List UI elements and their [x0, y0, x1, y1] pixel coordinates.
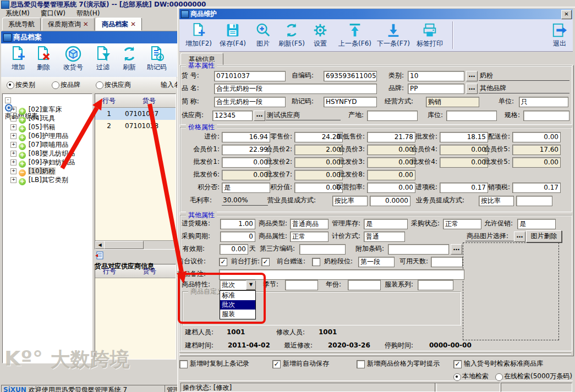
cube-icon: [64, 45, 82, 63]
status-panel-3: [501, 383, 572, 392]
expand-icon[interactable]: +: [10, 115, 17, 122]
screen: 思迅爱贝母婴管理系统 7(演示版) -- [总部系统] DW:00000000 …: [0, 0, 575, 392]
expand-icon[interactable]: +: [10, 168, 17, 174]
dialog-toolbar-图片-button[interactable]: 图片: [253, 21, 273, 48]
table-row[interactable]: 107101037: [95, 108, 176, 120]
printer-icon: [421, 22, 438, 38]
radio-label: 按类别: [15, 80, 35, 90]
dialog-toolbar-上一条(F6)-button[interactable]: 上一条(F6): [337, 21, 373, 48]
tab-系统导航[interactable]: 系统导航: [2, 18, 41, 31]
arrow-up-bar-icon: [347, 22, 363, 38]
collapse-icon[interactable]: -: [5, 97, 11, 103]
refresh-icon: [283, 22, 300, 38]
tree-item[interactable]: + + [LB]其它类别: [10, 175, 69, 184]
expand-icon[interactable]: +: [10, 107, 17, 113]
doc-plus-icon: [9, 45, 27, 63]
plus-ball-icon: +: [19, 178, 26, 185]
dialog-icon: [181, 10, 189, 18]
item-grid: 行号 货号 107101037 207101038 ◀: [95, 93, 176, 250]
dialog-toolbar-刷新(F5)-button[interactable]: 刷新(F5): [276, 21, 308, 48]
magnifier-plus-icon: [255, 22, 271, 38]
expand-icon[interactable]: +: [10, 159, 17, 165]
dialog-toolbar-下一条(F7)-button[interactable]: 下一条(F7): [375, 21, 412, 48]
watermark: Kº° 大数跨境: [4, 346, 130, 375]
toolbar-增加-button[interactable]: 增加: [4, 45, 32, 72]
supplier-panel: 货品对应供应商信息 行号 货号: [95, 251, 176, 362]
tree-item[interactable]: + + [09]孕妇纺织品: [10, 158, 75, 167]
watermark-logo-icon: Kº°: [4, 346, 43, 371]
filter-row: 按类别 按品牌 按供应商输入名称、编码、: [1, 77, 177, 93]
refresh-icon: [121, 45, 138, 63]
tree-item[interactable]: + + [05]书籍: [10, 123, 56, 131]
app-icon: [1, 1, 9, 9]
floppy-icon: [224, 22, 241, 38]
expand-icon[interactable]: +: [10, 124, 17, 130]
col-code: 货号: [123, 96, 176, 106]
grid-header[interactable]: 行号 货号: [95, 94, 176, 108]
table-row[interactable]: 207101038: [95, 120, 176, 132]
tab-close-icon[interactable]: ✕: [130, 20, 136, 28]
expand-icon[interactable]: +: [10, 151, 17, 157]
tab-close-icon[interactable]: ✕: [83, 20, 89, 28]
tree-item[interactable]: + + [02]童车床: [10, 105, 62, 114]
dialog-toolbar-增加(F2)-button[interactable]: 增加(F2): [183, 21, 215, 48]
toolbar-divider: [452, 21, 453, 49]
gear-icon: [312, 22, 328, 38]
supplier-grid-header[interactable]: 行号 货号: [95, 264, 176, 278]
doc-delete-icon: [35, 45, 52, 63]
radio-按供应商[interactable]: [96, 81, 103, 89]
doc-list-icon: [148, 45, 166, 63]
watermark-text: 大数跨境: [51, 346, 130, 373]
dialog-title: 商品维护: [190, 10, 217, 18]
expand-icon[interactable]: +: [10, 142, 17, 148]
tree-item[interactable]: + + [06]护理用品: [10, 131, 69, 140]
doc-filter-icon: [94, 45, 112, 63]
radio-label: 按供应商: [105, 80, 131, 90]
dialog-toolbar: 增加(F2) 保存(F4) 图片 刷新(F5) 设置 上一条(F6) 下一条(F…: [179, 19, 573, 52]
tab-商品档案[interactable]: 商品档案 ✕: [96, 18, 142, 31]
doc-plus-icon: [190, 22, 207, 38]
radio-按类别[interactable]: [7, 81, 14, 89]
h-scrollbar[interactable]: ◀: [95, 240, 174, 249]
toolbar-删除-button[interactable]: 删除: [30, 45, 57, 72]
supplier-panel-title: 货品对应供应商信息: [95, 251, 176, 264]
product-maintenance-dialog: 商品维护 ✕ 增加(F2) 保存(F4) 图片 刷新(F5) 设置 上一条(F6…: [177, 7, 575, 392]
tab-page: [179, 65, 574, 356]
tree-item[interactable]: + + [08]婴儿纺织品: [10, 149, 75, 158]
tree-item[interactable]: + + [07]喂哺用品: [10, 140, 69, 149]
dialog-toolbar-保存(F4)-button[interactable]: 保存(F4): [217, 21, 249, 48]
supplier-list-icon: [95, 251, 103, 260]
toolbar-助记码-button[interactable]: 助记码: [143, 45, 171, 72]
col-line: 行号: [95, 96, 123, 106]
expand-icon[interactable]: +: [10, 133, 17, 139]
inner-title: 商品档案: [13, 33, 42, 41]
radio-按品牌[interactable]: [52, 81, 59, 89]
toolbar-过滤-button[interactable]: 过滤: [89, 45, 117, 72]
tab-保质期查询[interactable]: 保质期查询 ✕: [42, 18, 95, 31]
tree-item[interactable]: + + [04]玩具: [10, 114, 56, 123]
dialog-toolbar-exit-button[interactable]: 退出: [546, 21, 573, 48]
scroll-thumb[interactable]: [104, 241, 144, 249]
main-statusbar: SiXUN 欢迎使用思迅爱贝母婴管理系统 7 管理: [0, 384, 177, 392]
dialog-titlebar: 商品维护 ✕: [179, 9, 573, 19]
status-panel-2: [435, 383, 500, 392]
operation-status: 操作状态: [修改]: [180, 383, 437, 392]
toolbar-刷新-button[interactable]: 刷新: [116, 45, 143, 72]
tree-item[interactable]: + − [10]奶粉: [10, 167, 56, 175]
expand-icon[interactable]: +: [10, 177, 17, 183]
arrow-down-bar-icon: [385, 22, 402, 38]
toolbar-改货号-button[interactable]: 改货号: [59, 45, 87, 72]
dialog-statusbar: 操作状态: [修改]: [179, 380, 573, 392]
window-icon: [3, 34, 12, 42]
dialog-toolbar-设置-button[interactable]: 设置: [310, 21, 330, 48]
exit-icon: [551, 22, 568, 38]
radio-label: 按品牌: [61, 80, 80, 90]
category-tree: - 商品组织表 + + [02]童车床 + + [04]玩具 + + [05]书…: [2, 93, 92, 363]
scroll-left-icon[interactable]: ◀: [95, 241, 105, 249]
dialog-toolbar-标签打印-button[interactable]: 标签打印: [414, 21, 446, 48]
close-icon[interactable]: ✕: [561, 10, 572, 19]
status-welcome: SiXUN 欢迎使用思迅爱贝母婴管理系统 7: [1, 385, 167, 392]
